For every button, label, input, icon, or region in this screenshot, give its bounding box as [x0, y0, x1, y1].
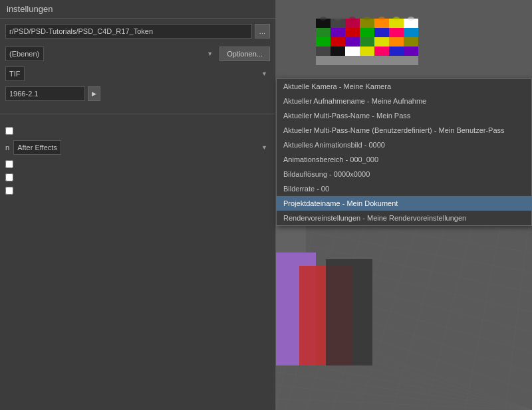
ae-dropdown-wrapper: After Effects ▼	[13, 140, 270, 155]
checkbox-2[interactable]	[5, 160, 13, 168]
value-row: ▶	[0, 84, 275, 104]
dropdown-item-aufnahme[interactable]: Aktueller Aufnahmename - Meine Aufnahme	[277, 94, 531, 108]
dropdown-item-multipass[interactable]: Aktueller Multi-Pass-Name - Mein Pass	[277, 108, 531, 123]
svg-rect-48	[404, 37, 418, 47]
format-dropdown-wrapper: TIF ▼	[5, 66, 270, 81]
svg-rect-56	[316, 56, 418, 65]
svg-rect-46	[374, 37, 389, 47]
format-dropdown[interactable]: TIF	[5, 66, 25, 81]
ae-indicator: n	[5, 144, 9, 152]
svg-rect-51	[345, 47, 360, 56]
svg-rect-35	[316, 28, 331, 37]
svg-rect-52	[360, 47, 374, 56]
svg-rect-37	[345, 28, 360, 37]
dropdown-item-multipass-custom[interactable]: Aktueller Multi-Pass-Name (Benutzerdefin…	[277, 123, 531, 138]
svg-point-61	[378, 17, 385, 21]
ae-dropdown-arrow-icon: ▼	[261, 144, 267, 151]
svg-rect-45	[360, 37, 374, 47]
dropdown-popup: Aktuelle Kamera - Meine Kamera Aktueller…	[276, 78, 532, 226]
svg-point-57	[320, 17, 327, 21]
format-dropdown-arrow-icon: ▼	[261, 70, 267, 77]
layer-dropdown[interactable]: (Ebenen)	[5, 47, 44, 61]
optionen-button[interactable]: Optionen...	[219, 47, 270, 61]
svg-point-62	[393, 17, 400, 21]
checkbox-row-4	[0, 184, 275, 197]
layer-dropdown-arrow-icon: ▼	[207, 51, 213, 57]
svg-rect-42	[316, 37, 331, 47]
svg-rect-40	[389, 28, 404, 37]
format-row: TIF ▼	[0, 64, 275, 84]
svg-rect-43	[331, 37, 345, 47]
left-panel: instellungen ... (Ebenen) ▼ Optionen... …	[0, 0, 276, 410]
window-title: instellungen	[7, 4, 53, 14]
checkbox-row-1	[0, 124, 275, 138]
file-path-row: ...	[0, 19, 275, 44]
svg-rect-36	[331, 28, 345, 37]
svg-point-59	[349, 17, 356, 21]
dropdown-item-animationsbereich[interactable]: Animationsbereich - 000_000	[277, 152, 531, 167]
dropdown-item-rendervoreinstellungen[interactable]: Rendervoreinstellungen - Meine Rendervor…	[277, 211, 531, 225]
svg-rect-41	[404, 28, 418, 37]
svg-point-58	[334, 17, 341, 21]
after-effects-row: n After Effects ▼	[0, 138, 275, 157]
svg-rect-47	[389, 37, 404, 47]
svg-rect-50	[331, 47, 345, 56]
ae-dropdown[interactable]: After Effects	[13, 140, 61, 155]
svg-point-60	[364, 17, 370, 21]
layer-dropdown-wrapper: (Ebenen) ▼	[5, 47, 215, 61]
separator	[0, 114, 275, 114]
value-arrow-button[interactable]: ▶	[88, 86, 100, 101]
checkbox-3[interactable]	[5, 173, 13, 181]
checkbox-1[interactable]	[5, 127, 13, 135]
dropdown-item-bildaufloesung[interactable]: Bildauflösung - 0000x0000	[277, 167, 531, 181]
checkbox-row-2	[0, 157, 275, 171]
checkbox-4[interactable]	[5, 187, 13, 195]
dropdown-item-projektdateiname[interactable]: Projektdateiname - Mein Dokument	[277, 196, 531, 211]
layer-row: (Ebenen) ▼ Optionen...	[0, 44, 275, 64]
browse-button[interactable]: ...	[255, 24, 270, 39]
svg-rect-66	[326, 259, 372, 365]
dropdown-item-bilderrate[interactable]: Bilderrate - 00	[277, 181, 531, 196]
svg-rect-55	[404, 47, 418, 56]
dropdown-item-animationsbild[interactable]: Aktuelles Animationsbild - 0000	[277, 138, 531, 152]
svg-rect-49	[316, 47, 331, 56]
svg-rect-38	[360, 28, 374, 37]
checkbox-row-3	[0, 171, 275, 184]
svg-point-63	[408, 17, 414, 21]
file-path-input[interactable]	[5, 24, 252, 39]
svg-rect-44	[345, 37, 360, 47]
svg-rect-54	[389, 47, 404, 56]
svg-rect-53	[374, 47, 389, 56]
title-bar: instellungen	[0, 0, 275, 19]
svg-rect-39	[374, 28, 389, 37]
value-input[interactable]	[5, 86, 85, 101]
dropdown-item-kamera[interactable]: Aktuelle Kamera - Meine Kamera	[277, 79, 531, 94]
